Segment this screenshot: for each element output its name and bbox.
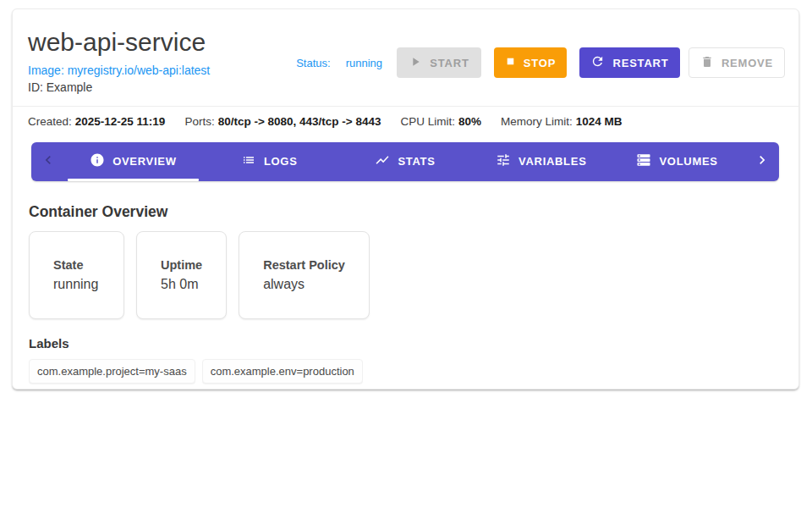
image-link[interactable]: Image: myregistry.io/web-api:latest xyxy=(28,64,210,77)
tab-volumes[interactable]: VOLUMES xyxy=(609,142,745,181)
state-card-value: running xyxy=(53,277,100,292)
header-actions: Status:running START STOP RESTART REMOVE xyxy=(296,47,785,78)
tab-logs[interactable]: LOGS xyxy=(201,142,337,181)
state-card-label: State xyxy=(53,258,100,272)
remove-button-label: REMOVE xyxy=(721,57,773,69)
stop-button[interactable]: STOP xyxy=(494,47,567,78)
storage-icon xyxy=(636,152,651,170)
meta-row: Created:2025-12-25 11:19 Ports:80/tcp ->… xyxy=(13,106,798,128)
section-title: Container Overview xyxy=(29,203,782,221)
stop-icon xyxy=(505,56,516,69)
label-chip: com.example.env=production xyxy=(202,359,363,384)
header-left: web-api-service Image: myregistry.io/web… xyxy=(28,28,210,94)
start-button[interactable]: START xyxy=(397,47,481,78)
page-title: web-api-service xyxy=(28,28,210,58)
tab-overview-label: OVERVIEW xyxy=(112,155,176,168)
remove-button[interactable]: REMOVE xyxy=(689,47,785,78)
tab-bar: OVERVIEW LOGS STATS VARIABLES VOLUMES xyxy=(31,142,779,181)
chart-icon xyxy=(375,152,390,170)
overview-panel: Container Overview State running Uptime … xyxy=(13,203,798,384)
state-card: State running xyxy=(29,231,124,319)
label-chip: com.example.project=my-saas xyxy=(29,359,195,384)
restart-policy-card-value: always xyxy=(263,277,345,292)
restart-button-label: RESTART xyxy=(612,57,668,69)
tab-stats-label: STATS xyxy=(398,155,435,168)
header: web-api-service Image: myregistry.io/web… xyxy=(13,9,798,94)
tab-variables-label: VARIABLES xyxy=(518,155,586,168)
tab-overview[interactable]: OVERVIEW xyxy=(65,142,201,181)
meta-memory-limit: Memory Limit:1024 MB xyxy=(501,115,623,128)
status-label: Status: xyxy=(296,57,330,69)
labels-heading: Labels xyxy=(29,336,782,351)
stat-cards: State running Uptime 5h 0m Restart Polic… xyxy=(29,231,782,319)
chevron-right-icon xyxy=(754,152,771,172)
status-value: running xyxy=(346,57,382,69)
start-button-label: START xyxy=(430,57,469,69)
uptime-card-value: 5h 0m xyxy=(161,277,202,292)
status: Status:running xyxy=(296,57,382,69)
restart-policy-card-label: Restart Policy xyxy=(263,258,345,272)
container-id: ID: Example xyxy=(28,80,210,94)
trash-icon xyxy=(700,55,714,71)
stop-button-label: STOP xyxy=(524,57,556,69)
container-detail-card: web-api-service Image: myregistry.io/web… xyxy=(12,8,799,389)
tab-logs-label: LOGS xyxy=(264,155,298,168)
chevron-left-icon xyxy=(40,152,57,172)
tabs-scroll-left-button[interactable] xyxy=(31,142,65,181)
info-icon xyxy=(90,152,105,170)
tune-icon xyxy=(496,152,511,170)
label-chips: com.example.project=my-saas com.example.… xyxy=(29,359,782,384)
tab-volumes-label: VOLUMES xyxy=(659,155,717,168)
tab-stats[interactable]: STATS xyxy=(337,142,474,181)
restart-button[interactable]: RESTART xyxy=(579,47,680,78)
uptime-card-label: Uptime xyxy=(161,258,202,272)
meta-ports: Ports:80/tcp -> 8080, 443/tcp -> 8443 xyxy=(184,115,381,128)
meta-created: Created:2025-12-25 11:19 xyxy=(28,115,165,128)
refresh-icon xyxy=(590,54,605,71)
uptime-card: Uptime 5h 0m xyxy=(136,231,227,319)
play-icon xyxy=(409,55,422,71)
meta-cpu-limit: CPU Limit:80% xyxy=(401,115,482,128)
list-icon xyxy=(241,152,256,170)
restart-policy-card: Restart Policy always xyxy=(239,231,370,319)
tabs-scroll-right-button[interactable] xyxy=(745,142,779,181)
tab-variables[interactable]: VARIABLES xyxy=(473,142,609,181)
